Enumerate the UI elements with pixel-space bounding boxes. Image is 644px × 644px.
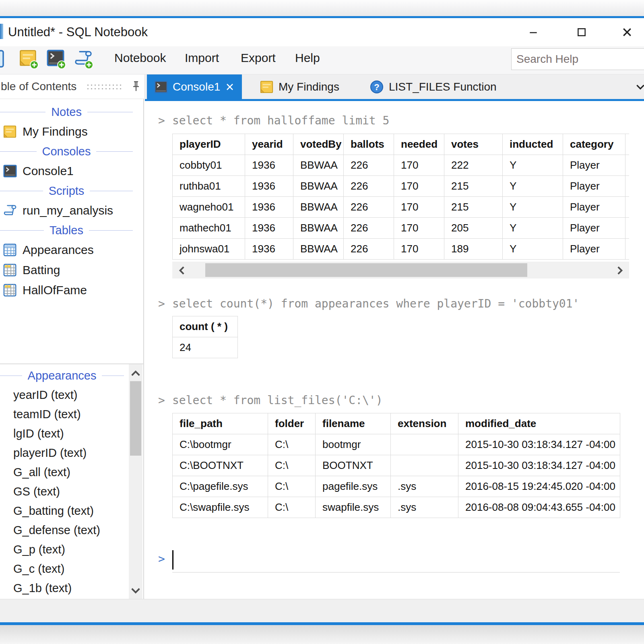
table-cell: pagefile.sys	[316, 476, 391, 497]
toolbar: Notebook Import Export Help	[0, 46, 644, 74]
table-cell: BBWAA	[293, 155, 344, 176]
scroll-up-icon[interactable]	[130, 368, 141, 380]
table-cell: C:\BOOTNXT	[173, 455, 268, 476]
table-header-cell: filename	[316, 413, 391, 434]
sidebar-item-my-findings[interactable]: My Findings	[0, 122, 143, 142]
column-list-item[interactable]: G_p (text)	[0, 540, 143, 559]
table-row: C:\pagefile.sysC:\pagefile.sys.sys2016-0…	[173, 476, 620, 497]
table-cell: swapfile.sys	[316, 497, 391, 518]
table-cell	[625, 197, 630, 218]
sidebar-item-halloffame[interactable]: HallOfFame	[0, 280, 143, 300]
count-result-table: count ( * )24	[172, 316, 238, 358]
column-list-item[interactable]: yearID (text)	[0, 385, 143, 405]
scroll-left-icon[interactable]	[177, 265, 188, 276]
sidebar: Notes My Findings Consoles Console1 Scri…	[0, 99, 144, 363]
tab-close-icon[interactable]	[225, 82, 235, 92]
minimize-button[interactable]	[521, 24, 545, 41]
scroll-right-icon[interactable]	[614, 265, 625, 276]
toc-drag-handle[interactable]	[86, 83, 122, 91]
table-cell: 1936	[245, 155, 293, 176]
sidebar-item-batting[interactable]: Batting	[0, 260, 143, 280]
table-cell: C:\swapfile.sys	[173, 497, 268, 518]
column-list-item[interactable]: G_c (text)	[0, 559, 143, 578]
menu-notebook[interactable]: Notebook	[114, 51, 166, 65]
maximize-icon	[576, 27, 587, 37]
menu-export[interactable]: Export	[241, 51, 276, 65]
console-input[interactable]	[172, 572, 620, 573]
plus-badge-icon	[30, 60, 39, 69]
tab-console1[interactable]: Console1	[147, 74, 242, 99]
sidebar-item-console1[interactable]: Console1	[0, 161, 143, 181]
new-notebook-button[interactable]	[0, 49, 5, 70]
table-cell: wagneho01	[173, 197, 245, 218]
console-prompt: >	[158, 394, 165, 407]
table-cell: 170	[394, 197, 444, 218]
table-cell: Player	[563, 239, 625, 260]
table-row: C:\BOOTNXTC:\BOOTNXT2015-10-30 03:18:34.…	[173, 455, 620, 476]
menu-help[interactable]: Help	[295, 51, 320, 65]
close-button[interactable]	[615, 24, 639, 41]
tab-overflow-button[interactable]	[635, 82, 644, 92]
horizontal-scrollbar[interactable]	[172, 262, 629, 279]
column-list-item[interactable]: playerID (text)	[0, 443, 143, 462]
note-icon	[3, 125, 17, 138]
section-scripts: Scripts	[0, 181, 143, 200]
maximize-button[interactable]	[570, 24, 594, 41]
console-icon	[154, 80, 168, 94]
table-row: 24	[173, 337, 238, 358]
column-list-item[interactable]: teamID (text)	[0, 405, 143, 424]
menu-import[interactable]: Import	[185, 51, 219, 65]
sidebar-item-label: My Findings	[23, 125, 88, 138]
table-cell: 1936	[245, 239, 293, 260]
note-icon	[260, 80, 274, 94]
text-cursor	[172, 550, 173, 570]
table-cell: BBWAA	[293, 218, 344, 239]
table-icon	[3, 243, 17, 257]
table-header-cell	[625, 134, 630, 155]
table-header-cell: folder	[268, 413, 316, 434]
column-list-item[interactable]: lgID (text)	[0, 424, 143, 443]
table-cell: 226	[344, 155, 394, 176]
column-list-item[interactable]: G_1b (text)	[0, 578, 143, 598]
add-note-button[interactable]	[19, 49, 39, 70]
table-cell: BBWAA	[293, 197, 344, 218]
table-cell: 170	[394, 176, 444, 197]
sidebar-item-run-my-analysis[interactable]: run_my_analysis	[0, 200, 143, 221]
table-row: C:\bootmgrC:\bootmgr2015-10-30 03:18:34.…	[173, 434, 620, 455]
console-prompt: >	[158, 114, 165, 127]
console-area: > select * from halloffame limit 5 playe…	[145, 101, 644, 599]
sidebar-item-appearances[interactable]: Appearances	[0, 240, 143, 260]
titlebar[interactable]: Untitled* - SQL Notebook	[0, 18, 644, 46]
table-cell: 1936	[245, 176, 293, 197]
table-cell: ruthba01	[173, 176, 245, 197]
tab-label: My Findings	[279, 80, 339, 93]
scroll-down-icon[interactable]	[130, 584, 141, 596]
table-cell: 2015-10-30 03:18:34.127 -04:00	[458, 455, 620, 476]
column-list-item[interactable]: G_defense (text)	[0, 520, 143, 540]
window-bottom-border	[0, 622, 644, 625]
table-header-cell: modified_date	[458, 413, 620, 434]
tab-my-findings[interactable]: My Findings	[253, 74, 347, 99]
add-console-button[interactable]	[47, 49, 66, 70]
section-notes: Notes	[0, 102, 143, 122]
scrollbar-thumb[interactable]	[205, 263, 527, 277]
table-header-cell: ballots	[344, 134, 394, 155]
columns-scrollbar[interactable]	[129, 364, 142, 599]
section-consoles: Consoles	[0, 142, 143, 161]
column-list-item[interactable]: G_all (text)	[0, 462, 143, 482]
column-list-item[interactable]: GS (text)	[0, 482, 143, 501]
column-list-item[interactable]: G_batting (text)	[0, 501, 143, 520]
table-header-cell: category	[563, 134, 625, 155]
query-text: select count(*) from appearances where p…	[172, 297, 579, 310]
table-cell: 2016-08-15 19:24:45.020 -04:00	[458, 476, 620, 497]
add-script-button[interactable]	[74, 49, 93, 70]
pin-icon[interactable]	[130, 80, 142, 93]
table-cell: 226	[344, 176, 394, 197]
table-cell	[625, 218, 630, 239]
search-help-input[interactable]	[511, 48, 644, 70]
table-cell: 1936	[245, 197, 293, 218]
scrollbar-thumb[interactable]	[130, 381, 141, 456]
table-row: mathech011936BBWAA226170205YPlayer	[173, 218, 630, 239]
table-cell: 170	[394, 239, 444, 260]
tab-list-files-function[interactable]: LIST_FILES Function	[362, 74, 504, 99]
